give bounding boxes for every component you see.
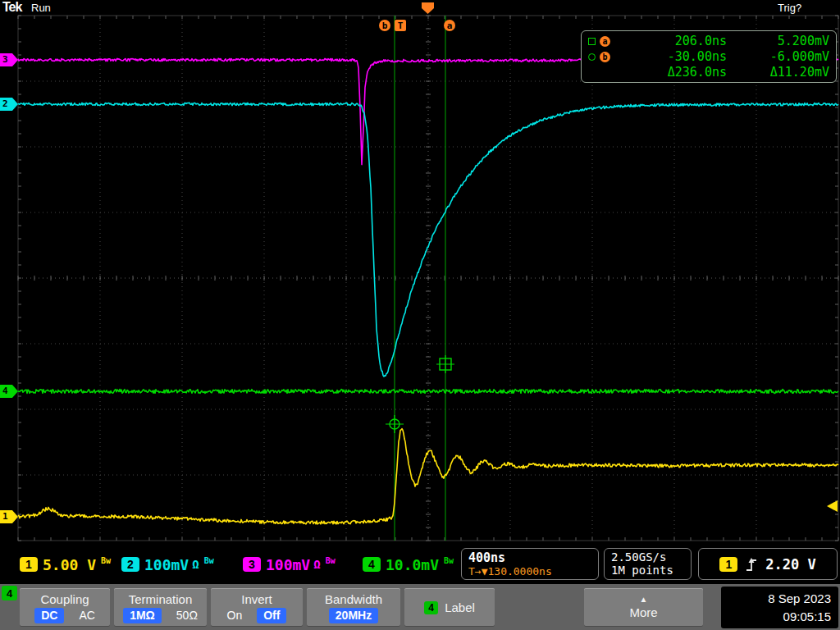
sample-rate: 2.50GS/s — [611, 550, 684, 564]
cursor-a-volt: 5.200mV — [727, 34, 829, 48]
datetime-display: 8 Sep 2023 09:05:15 — [721, 587, 838, 628]
date-text: 8 Sep 2023 — [768, 590, 831, 608]
cursor-readout-panel: a 206.0ns 5.200mV b -30.00ns -6.000mV Δ2… — [581, 30, 837, 83]
termination-1m-option[interactable]: 1MΩ — [123, 608, 162, 623]
cursor-delta-time: Δ236.0ns — [624, 65, 727, 80]
time-text: 09:05:15 — [783, 608, 831, 626]
cursor-b-circle-icon — [588, 53, 596, 61]
label-button[interactable]: 4 Label — [404, 588, 495, 627]
termination-button[interactable]: Termination 1MΩ 50Ω — [114, 588, 207, 627]
ch4-badge[interactable]: 4 — [363, 557, 381, 572]
label-channel-badge: 4 — [424, 601, 438, 614]
acquisition-status: Run — [31, 2, 51, 14]
ch3-scale: 100mV — [266, 556, 310, 573]
ch3-badge[interactable]: 3 — [243, 557, 261, 572]
coupling-ac-option[interactable]: AC — [79, 609, 94, 622]
label-title: Label — [445, 600, 475, 614]
cursor-a-square-icon — [588, 38, 596, 45]
trigger-level-marker[interactable] — [827, 500, 838, 512]
bandwidth-20mhz-option[interactable]: 20MHz — [329, 608, 378, 623]
ch3-bandwidth-icon: Bw — [326, 556, 336, 565]
cursor-b-row: b -30.00ns -6.000mV — [588, 49, 829, 64]
tek-logo: Tek — [2, 0, 21, 15]
cursor-delta-row: Δ236.0ns Δ11.20mV — [588, 65, 829, 80]
cursor-b-time: -30.00ns — [624, 49, 727, 64]
trigger-t-flag[interactable]: T — [395, 20, 406, 31]
more-title: More — [629, 605, 657, 619]
coupling-button[interactable]: Coupling DC AC — [20, 588, 110, 627]
termination-50-option[interactable]: 50Ω — [176, 609, 198, 622]
ch4-bandwidth-icon: Bw — [444, 556, 454, 565]
invert-off-option[interactable]: Off — [257, 608, 286, 623]
ch1-trace — [18, 429, 838, 524]
horizontal-scale: 400ns — [468, 550, 591, 565]
ch1-bandwidth-icon: Bw — [101, 556, 111, 565]
termination-title: Termination — [129, 592, 193, 606]
cursor-a-flag[interactable]: a — [444, 20, 455, 31]
cursor-delta-volt: Δ11.20mV — [727, 65, 829, 80]
trigger-status: Trig? — [778, 2, 801, 14]
cursor-a-time: 206.0ns — [624, 34, 727, 48]
cursor-a-row: a 206.0ns 5.200mV — [588, 34, 829, 48]
ch1-scale: 5.00 V — [43, 556, 96, 573]
trigger-level: 2.20 V — [765, 556, 815, 573]
menu-channel-badge: 4 — [2, 586, 17, 600]
cursor-b-volt: -6.000mV — [727, 49, 829, 64]
invert-on-option[interactable]: On — [227, 609, 243, 622]
ch3-impedance: Ω — [313, 558, 320, 571]
acquisition-readout[interactable]: 2.50GS/s 1M points — [604, 548, 692, 580]
horizontal-readout[interactable]: 400ns T→▼130.0000ns — [461, 548, 599, 580]
cursor-b-flag[interactable]: b — [379, 20, 390, 31]
ch4-scale: 10.0mV — [386, 556, 439, 573]
invert-title: Invert — [241, 592, 272, 606]
menu-bar: 4 Coupling DC AC Termination 1MΩ 50Ω Inv… — [0, 584, 840, 630]
ch2-trace — [18, 103, 838, 377]
ch4-trace — [18, 390, 838, 394]
trigger-readout[interactable]: 1 2.20 V — [698, 548, 838, 580]
up-arrow-icon: ▲ — [640, 596, 648, 604]
waveform-display — [0, 0, 840, 630]
rising-edge-icon — [745, 556, 758, 573]
cursor-b-badge: b — [600, 52, 610, 62]
ch1-badge[interactable]: 1 — [20, 557, 38, 572]
ch2-bandwidth-icon: Bw — [204, 556, 214, 565]
record-length: 1M points — [611, 564, 684, 577]
ch2-badge[interactable]: 2 — [121, 557, 139, 572]
trigger-delay-readout: T→▼130.0000ns — [468, 565, 591, 578]
invert-button[interactable]: Invert On Off — [211, 588, 303, 627]
more-button[interactable]: ▲ More — [584, 588, 703, 627]
bandwidth-button[interactable]: Bandwidth 20MHz — [307, 588, 400, 627]
ch2-readout[interactable]: 2 100mV Ω Bw — [121, 546, 214, 582]
cursor-a-cross-icon — [436, 355, 454, 373]
ch4-readout[interactable]: 4 10.0mV Bw — [363, 546, 454, 582]
ch2-scale: 100mV — [144, 556, 189, 573]
bandwidth-title: Bandwidth — [325, 592, 382, 606]
oscilloscope-screen: Tek Run Trig? b T a 3 2 4 1 a 206.0ns 5.… — [0, 0, 840, 630]
cursor-a-badge: a — [600, 36, 610, 47]
ch2-impedance: Ω — [192, 558, 199, 571]
ch3-readout[interactable]: 3 100mV Ω Bw — [243, 546, 336, 582]
coupling-title: Coupling — [40, 592, 89, 606]
status-bar: 1 5.00 V Bw 2 100mV Ω Bw 3 100mV Ω Bw 4 … — [0, 546, 840, 582]
top-bar: Tek Run Trig? — [0, 0, 840, 15]
coupling-dc-option[interactable]: DC — [34, 608, 64, 623]
trigger-source-badge: 1 — [719, 557, 737, 572]
ch1-readout[interactable]: 1 5.00 V Bw — [20, 546, 111, 582]
